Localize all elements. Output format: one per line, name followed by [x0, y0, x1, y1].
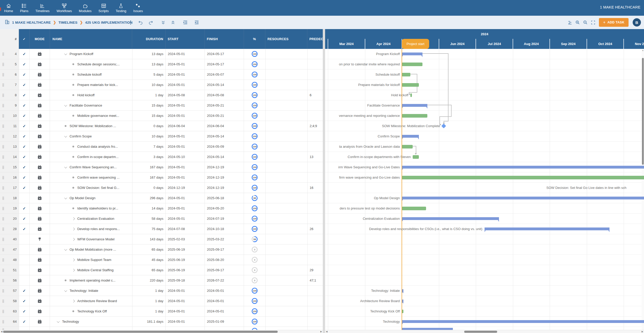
mode-cell[interactable]: [30, 59, 50, 69]
mode-cell[interactable]: [30, 111, 50, 121]
grid-hscroll-thumb[interactable]: [3, 331, 278, 333]
gantt-task-bar[interactable]: [402, 145, 413, 148]
check-cell[interactable]: ✓: [19, 142, 30, 152]
drag-handle-icon[interactable]: ⣿: [2, 289, 4, 293]
name-cell[interactable]: Mobilize Support Team: [50, 255, 132, 265]
duration-cell[interactable]: 15 days: [132, 100, 166, 110]
predecessors-cell[interactable]: [308, 193, 323, 203]
duration-cell[interactable]: 3 days: [132, 152, 166, 162]
expand-twisty-icon[interactable]: [72, 217, 75, 220]
finish-cell[interactable]: 2024-05-14: [205, 152, 244, 162]
resources-cell[interactable]: [266, 214, 308, 224]
drag-handle-icon[interactable]: ⣿: [2, 186, 4, 190]
percent-cell[interactable]: 100: [244, 286, 266, 296]
nav-item-modules[interactable]: Modules: [79, 3, 91, 13]
duration-cell[interactable]: 7 days: [132, 142, 166, 152]
check-cell[interactable]: ✓: [19, 100, 30, 110]
drag-handle-icon[interactable]: ⣿: [2, 196, 4, 200]
zoom-in-icon[interactable]: [574, 16, 581, 29]
percent-cell[interactable]: 100: [244, 172, 266, 182]
start-cell[interactable]: 2024-05-01: [166, 49, 205, 59]
gantt-summary-bar[interactable]: [402, 166, 644, 170]
col-header-percent[interactable]: %: [244, 29, 266, 49]
nav-item-timelines[interactable]: Timelines: [35, 3, 49, 13]
predecessors-cell[interactable]: [308, 142, 323, 152]
outdent-icon[interactable]: [181, 16, 189, 29]
percent-cell[interactable]: 100: [244, 183, 266, 193]
resources-cell[interactable]: [266, 255, 308, 265]
check-cell[interactable]: ✓: [19, 90, 30, 100]
check-cell[interactable]: ✓: [19, 152, 30, 162]
check-cell[interactable]: [19, 255, 30, 265]
name-cell[interactable]: Confirm in-scope departm...: [50, 152, 132, 162]
drag-handle-icon[interactable]: ⣿: [2, 124, 4, 128]
predecessors-cell[interactable]: [308, 100, 323, 110]
resources-cell[interactable]: [266, 193, 308, 203]
drag-handle-icon[interactable]: ⣿: [2, 258, 4, 262]
finish-cell[interactable]: 2024-05-21: [205, 100, 244, 110]
duration-cell[interactable]: 65 days: [132, 244, 166, 255]
breadcrumb-item-timelines[interactable]: TIMELINES: [58, 21, 78, 24]
gantt-summary-bar[interactable]: [402, 135, 419, 139]
duration-cell[interactable]: 58 days: [132, 214, 166, 224]
start-cell[interactable]: [166, 327, 205, 330]
gantt-summary-bar[interactable]: [402, 320, 644, 325]
gantt-summary-bar[interactable]: [485, 227, 610, 232]
name-cell[interactable]: Architecture Review Board: [50, 296, 132, 306]
drag-handle-icon[interactable]: ⣿: [2, 268, 4, 272]
percent-cell[interactable]: 100: [244, 111, 266, 121]
predecessors-cell[interactable]: [308, 59, 323, 69]
finish-cell[interactable]: 2025-09-17: [205, 244, 244, 255]
percent-cell[interactable]: 100: [244, 90, 266, 100]
finish-cell[interactable]: 2024-05-20: [205, 203, 244, 213]
percent-cell[interactable]: 100: [244, 296, 266, 306]
nav-item-scripts[interactable]: Scripts: [98, 3, 109, 13]
name-cell[interactable]: Centralization Evaluation: [50, 214, 132, 224]
finish-cell[interactable]: 2024-07-19: [205, 214, 244, 224]
finish-cell[interactable]: [205, 327, 244, 330]
kebab-icon[interactable]: ⋮: [127, 16, 134, 29]
resources-cell[interactable]: [266, 131, 308, 141]
col-header-resources[interactable]: RESOURCES: [265, 29, 307, 49]
drag-handle-icon[interactable]: ⣿: [2, 73, 4, 76]
percent-cell[interactable]: 100: [244, 162, 266, 172]
mode-cell[interactable]: [30, 142, 50, 152]
predecessors-cell[interactable]: [308, 214, 323, 224]
check-cell[interactable]: [19, 327, 30, 330]
resources-cell[interactable]: [266, 111, 308, 121]
user-avatar[interactable]: B: [633, 18, 641, 27]
drag-handle-icon[interactable]: ⣿: [2, 104, 4, 107]
mode-cell[interactable]: [30, 286, 50, 296]
start-cell[interactable]: 2024-05-01: [166, 162, 205, 172]
finish-cell[interactable]: 2024-12-19: [205, 183, 244, 193]
expand-all-icon[interactable]: [169, 16, 177, 29]
predecessors-cell[interactable]: [308, 131, 323, 141]
resources-cell[interactable]: [266, 244, 308, 255]
predecessors-cell[interactable]: 47;1: [308, 275, 323, 285]
expand-twisty-icon[interactable]: [72, 300, 75, 302]
percent-cell[interactable]: [244, 327, 266, 330]
start-cell[interactable]: 2024-05-01: [166, 100, 205, 110]
gantt-task-bar[interactable]: [402, 83, 419, 87]
add-task-button[interactable]: + ADD TASK: [599, 18, 629, 27]
gantt-summary-bar[interactable]: [402, 52, 422, 57]
resources-cell[interactable]: [266, 59, 308, 69]
duration-cell[interactable]: 5 days: [132, 69, 166, 80]
name-cell[interactable]: Program Kickoff: [50, 49, 132, 59]
mode-cell[interactable]: [30, 69, 50, 80]
duration-cell[interactable]: 167 days: [132, 172, 166, 182]
check-cell[interactable]: ✓: [19, 111, 30, 121]
duration-cell[interactable]: 75 days: [132, 224, 166, 234]
resources-cell[interactable]: [266, 317, 308, 327]
check-cell[interactable]: ✓: [19, 203, 30, 213]
drag-handle-icon[interactable]: ⣿: [2, 227, 4, 231]
predecessors-cell[interactable]: [308, 162, 323, 172]
drag-handle-icon[interactable]: ⣿: [2, 238, 4, 241]
name-cell[interactable]: Schedule kickoff: [50, 69, 132, 80]
duration-cell[interactable]: 45 days: [132, 255, 166, 265]
drag-handle-icon[interactable]: ⣿: [2, 165, 4, 169]
predecessors-cell[interactable]: [308, 306, 323, 316]
expand-twisty-icon[interactable]: [72, 258, 75, 261]
mode-cell[interactable]: [30, 224, 50, 234]
predecessors-cell[interactable]: [308, 69, 323, 80]
